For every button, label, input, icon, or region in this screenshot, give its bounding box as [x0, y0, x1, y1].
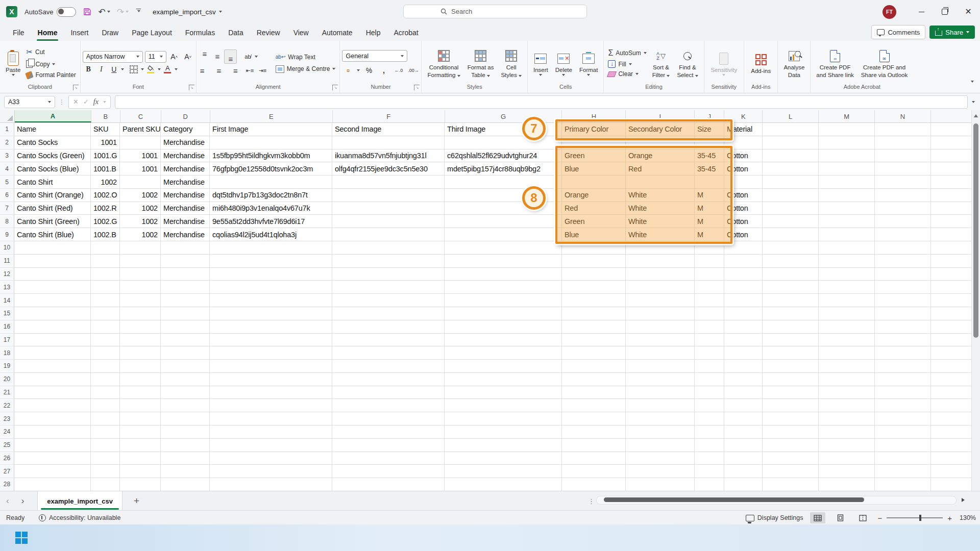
tab-formulas[interactable]: Formulas — [180, 26, 220, 41]
cell-J26[interactable] — [695, 452, 724, 465]
autosave-toggle[interactable]: AutoSave — [24, 7, 76, 17]
cell-M28[interactable] — [819, 478, 875, 491]
column-header-K[interactable]: K — [724, 110, 763, 122]
cell-B10[interactable] — [91, 241, 120, 255]
tab-data[interactable]: Data — [223, 26, 249, 41]
undo-button[interactable]: ↶ — [98, 7, 110, 17]
cell-B12[interactable] — [91, 268, 120, 281]
cell-D17[interactable] — [161, 334, 210, 347]
cell-E19[interactable] — [210, 360, 332, 373]
row-header-24[interactable]: 24 — [0, 425, 14, 439]
fill-color-button[interactable] — [145, 64, 157, 76]
cell-G14[interactable] — [445, 294, 562, 307]
cell-H26[interactable] — [562, 452, 626, 465]
cell-L26[interactable] — [763, 452, 819, 465]
cell-N19[interactable] — [875, 360, 931, 373]
cell-G23[interactable] — [445, 412, 562, 425]
cell-J16[interactable] — [695, 320, 724, 334]
cell-C14[interactable] — [120, 294, 161, 307]
cell-O18[interactable] — [931, 346, 972, 360]
cell-E7[interactable]: mi6h480i9p3v1enalqo4v67u7k — [210, 202, 332, 215]
cell-B11[interactable] — [91, 255, 120, 268]
row-header-3[interactable]: 3 — [0, 149, 14, 163]
name-box[interactable]: A33 — [4, 96, 55, 108]
cell-K10[interactable] — [724, 241, 763, 255]
align-right-button[interactable]: ≡ — [226, 65, 239, 77]
number-format-select[interactable]: General — [342, 50, 407, 62]
cell-O1[interactable] — [931, 123, 972, 136]
cell-A1[interactable]: Name — [14, 123, 91, 136]
insert-function-button[interactable]: fx — [93, 98, 99, 106]
cell-L17[interactable] — [763, 334, 819, 347]
cell-E28[interactable] — [210, 478, 332, 491]
share-button[interactable]: Share — [929, 26, 975, 39]
cell-E18[interactable] — [210, 346, 332, 360]
cell-I9[interactable]: White — [626, 228, 695, 241]
cell-I15[interactable] — [626, 307, 695, 320]
cell-N27[interactable] — [875, 465, 931, 478]
cell-L11[interactable] — [763, 255, 819, 268]
horizontal-scrollbar-thumb[interactable] — [604, 497, 864, 502]
cell-I2[interactable] — [626, 136, 695, 149]
cell-N24[interactable] — [875, 425, 931, 439]
addins-button[interactable]: Add-ins — [747, 51, 774, 76]
cell-A13[interactable] — [14, 281, 91, 294]
cell-I18[interactable] — [626, 346, 695, 360]
collapse-ribbon-icon[interactable] — [971, 81, 974, 83]
cell-K26[interactable] — [724, 452, 763, 465]
cell-C12[interactable] — [120, 268, 161, 281]
cell-E6[interactable]: dqt5tdhv1p7b13g3doc2tn8n7t — [210, 189, 332, 202]
cell-D23[interactable] — [161, 412, 210, 425]
redo-button[interactable]: ↷ — [117, 7, 129, 17]
align-middle-button[interactable]: ≡ — [211, 51, 223, 63]
cell-E10[interactable] — [210, 241, 332, 255]
cell-H11[interactable] — [562, 255, 626, 268]
chevron-down-icon[interactable] — [103, 101, 106, 103]
cell-E12[interactable] — [210, 268, 332, 281]
find-select-button[interactable]: Find & Select — [673, 47, 701, 80]
cell-D11[interactable] — [161, 255, 210, 268]
cell-E1[interactable]: First Image — [210, 123, 332, 136]
cell-M21[interactable] — [819, 386, 875, 399]
decrease-indent-button[interactable]: ⇤≡ — [244, 65, 256, 77]
chevron-down-icon[interactable] — [107, 11, 110, 13]
cell-L15[interactable] — [763, 307, 819, 320]
cell-L7[interactable] — [763, 202, 819, 215]
cell-F9[interactable] — [332, 228, 445, 241]
cell-H3[interactable]: Green — [562, 149, 626, 163]
cell-A18[interactable] — [14, 346, 91, 360]
column-header-I[interactable]: I — [626, 110, 695, 122]
cell-K20[interactable] — [724, 373, 763, 386]
cell-J5[interactable] — [695, 176, 724, 189]
cell-L9[interactable] — [763, 228, 819, 241]
align-left-button[interactable]: ≡ — [199, 65, 212, 77]
cell-I1[interactable]: Secondary Color — [626, 123, 695, 136]
cell-O14[interactable] — [931, 294, 972, 307]
row-header-23[interactable]: 23 — [0, 412, 14, 425]
cell-I13[interactable] — [626, 281, 695, 294]
cell-J27[interactable] — [695, 465, 724, 478]
cell-O20[interactable] — [931, 373, 972, 386]
cell-G27[interactable] — [445, 465, 562, 478]
user-avatar[interactable]: FT — [883, 5, 896, 19]
tabbar-divider[interactable]: ⋮ — [588, 497, 595, 505]
cell-J21[interactable] — [695, 386, 724, 399]
cell-O2[interactable] — [931, 136, 972, 149]
cell-F13[interactable] — [332, 281, 445, 294]
cell-J19[interactable] — [695, 360, 724, 373]
cell-I7[interactable]: White — [626, 202, 695, 215]
cell-I4[interactable]: Red — [626, 162, 695, 176]
cell-L1[interactable] — [763, 123, 819, 136]
row-header-1[interactable]: 1 — [0, 123, 14, 136]
cell-G22[interactable] — [445, 399, 562, 412]
cell-A4[interactable]: Canto Socks (Blue) — [14, 162, 91, 176]
cell-D8[interactable]: Merchandise — [161, 215, 210, 228]
cell-O3[interactable] — [931, 149, 972, 163]
column-header-E[interactable]: E — [210, 110, 333, 122]
cell-A12[interactable] — [14, 268, 91, 281]
cell-K13[interactable] — [724, 281, 763, 294]
tab-view[interactable]: View — [288, 26, 314, 41]
row-header-25[interactable]: 25 — [0, 439, 14, 452]
cell-J20[interactable] — [695, 373, 724, 386]
cell-F7[interactable] — [332, 202, 445, 215]
